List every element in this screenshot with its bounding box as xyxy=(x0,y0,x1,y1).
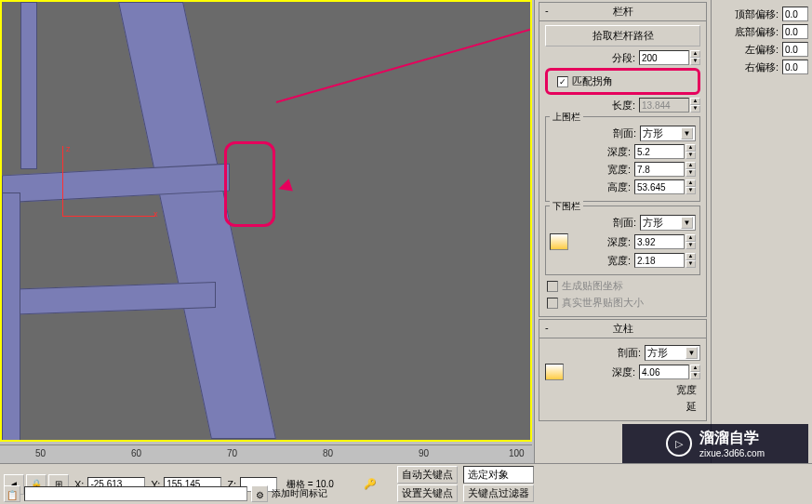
rollout-header-railing[interactable]: 栏杆 xyxy=(539,3,706,21)
axis-z-label: z xyxy=(66,144,71,153)
rollout-railing: 栏杆 拾取栏杆路径 分段: ▲▼ ✓ 匹配拐角 长度: xyxy=(539,2,707,317)
top-depth-input[interactable] xyxy=(634,144,685,159)
axis-x-label: x xyxy=(153,209,158,219)
time-config-button[interactable]: ⚙ xyxy=(251,485,268,502)
geometry-post-2 xyxy=(2,192,20,440)
lower-width-label: 宽度: xyxy=(607,254,631,268)
match-corners-checkbox-row[interactable]: ✓ 匹配拐角 xyxy=(557,74,688,88)
top-width-label: 宽度: xyxy=(607,163,631,177)
length-input xyxy=(639,98,689,113)
top-offset-input[interactable] xyxy=(782,7,808,21)
ruler-80: 80 xyxy=(323,448,333,458)
real-world-checkbox xyxy=(547,298,558,309)
lower-depth-input[interactable] xyxy=(634,234,685,249)
script-input[interactable] xyxy=(24,486,247,501)
top-width-input[interactable] xyxy=(634,162,685,177)
top-height-label: 高度: xyxy=(607,180,631,194)
lower-width-input[interactable] xyxy=(634,253,685,268)
top-height-input[interactable] xyxy=(634,179,685,194)
top-profile-select[interactable]: 方形▼ xyxy=(640,126,696,141)
real-world-label: 真实世界贴图大小 xyxy=(562,296,644,310)
lower-rail-swatch[interactable] xyxy=(550,233,568,250)
match-corners-checkbox[interactable]: ✓ xyxy=(557,76,568,87)
geometry-post-1 xyxy=(20,2,37,169)
post-profile-select[interactable]: 方形▼ xyxy=(645,345,700,361)
ruler-90: 90 xyxy=(419,448,429,458)
bottom-offset-input[interactable] xyxy=(782,24,808,39)
chevron-down-icon[interactable]: ▼ xyxy=(681,217,693,229)
watermark: ▷ 溜溜自学 zixue.3d66.com xyxy=(622,424,808,463)
rollout-header-posts[interactable]: 立柱 xyxy=(539,320,706,338)
add-time-tag-label[interactable]: 添加时间标记 xyxy=(272,487,327,500)
segments-input[interactable] xyxy=(639,50,689,65)
lower-profile-select[interactable]: 方形▼ xyxy=(640,215,696,231)
match-corners-label: 匹配拐角 xyxy=(572,74,613,88)
timeline-ruler[interactable]: 50 60 70 80 90 100 xyxy=(0,444,532,461)
rollout-posts: 立柱 剖面: 方形▼ 深度: ▲▼ 宽度 延 xyxy=(539,319,707,421)
gen-map-coords-label: 生成贴图坐标 xyxy=(562,279,623,293)
left-offset-input[interactable] xyxy=(782,42,808,57)
annotation-arrow-head xyxy=(276,179,293,195)
post-extend-label: 延 xyxy=(686,400,697,414)
lower-profile-label: 剖面: xyxy=(613,216,636,230)
segments-spinner[interactable]: ▲▼ xyxy=(639,50,700,65)
top-offset-label: 顶部偏移: xyxy=(735,7,779,21)
gen-map-coords-checkbox xyxy=(547,281,558,292)
gen-map-coords-row[interactable]: 生成贴图坐标 xyxy=(547,279,699,293)
top-profile-label: 剖面: xyxy=(613,126,636,140)
pick-railing-path-button[interactable]: 拾取栏杆路径 xyxy=(545,25,700,46)
right-offset-input[interactable] xyxy=(782,60,808,74)
script-button[interactable]: 📋 xyxy=(4,485,20,502)
annotation-arrow xyxy=(276,24,530,103)
chevron-down-icon[interactable]: ▼ xyxy=(686,347,698,359)
lower-depth-label: 深度: xyxy=(607,235,631,249)
lower-status-row: 📋 ⚙ 添加时间标记 xyxy=(0,483,530,504)
ruler-70: 70 xyxy=(227,448,237,458)
bottom-offset-label: 底部偏移: xyxy=(735,25,779,39)
spin-down[interactable]: ▼ xyxy=(690,58,700,65)
real-world-row[interactable]: 真实世界贴图大小 xyxy=(547,296,699,310)
viewport[interactable]: z x xyxy=(0,0,532,442)
watermark-text-2: zixue.3d66.com xyxy=(699,448,765,458)
post-swatch[interactable] xyxy=(545,364,564,380)
chevron-down-icon[interactable]: ▼ xyxy=(681,127,693,139)
post-depth-label: 深度: xyxy=(612,365,635,379)
sel-obj-combo[interactable]: 选定对象 xyxy=(463,466,534,484)
top-depth-label: 深度: xyxy=(607,145,631,159)
auto-key-button[interactable]: 自动关键点 xyxy=(397,466,458,484)
lower-rail-group: 下围栏 剖面: 方形▼ 深度: ▲▼ 宽度: ▲▼ xyxy=(545,206,700,275)
length-spinner: ▲▼ xyxy=(639,98,700,113)
watermark-text-1: 溜溜自学 xyxy=(699,429,765,448)
command-panel: 栏杆 拾取栏杆路径 分段: ▲▼ ✓ 匹配拐角 长度: xyxy=(534,0,711,465)
left-offset-label: 左偏移: xyxy=(745,43,779,57)
ruler-60: 60 xyxy=(131,448,141,458)
length-label: 长度: xyxy=(612,99,635,113)
play-icon: ▷ xyxy=(666,431,692,457)
lower-rail-title: 下围栏 xyxy=(550,200,583,213)
ruler-100: 100 xyxy=(509,448,525,458)
ruler-50: 50 xyxy=(35,448,46,458)
post-profile-label: 剖面: xyxy=(618,346,641,360)
far-right-panel: 顶部偏移: 底部偏移: 左偏移: 右偏移: xyxy=(711,0,812,465)
annotation-highlight xyxy=(224,141,275,227)
top-rail-group: 上围栏 剖面: 方形▼ 深度: ▲▼ 宽度: ▲▼ 高度: ▲▼ xyxy=(545,116,700,202)
top-rail-title: 上围栏 xyxy=(550,111,583,124)
spin-up[interactable]: ▲ xyxy=(690,50,700,58)
segments-label: 分段: xyxy=(612,51,635,65)
post-width-label: 宽度 xyxy=(676,383,697,397)
axis-gizmo[interactable]: z x xyxy=(44,146,155,239)
right-offset-label: 右偏移: xyxy=(745,60,779,74)
post-depth-input[interactable] xyxy=(639,365,689,379)
